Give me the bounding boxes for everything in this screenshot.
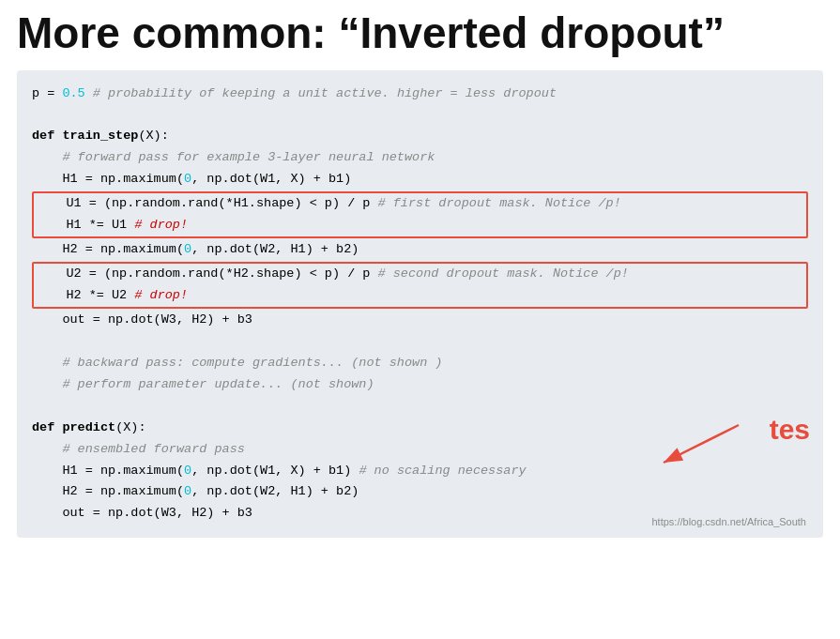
code-line-comment-forward: # forward pass for example 3-layer neura… — [32, 147, 808, 169]
red-label: tes — [770, 405, 810, 453]
code-line-u2: U2 = (np.random.rand(*H2.shape) < p) / p… — [36, 264, 804, 285]
code-line-def-train: def train_step(X): — [32, 126, 808, 147]
code-line-u1: U1 = (np.random.rand(*H1.shape) < p) / p… — [36, 193, 804, 215]
code-line-h1: H1 = np.maximum(0, np.dot(W1, X) + b1) — [32, 169, 808, 190]
code-line-out: out = np.dot(W3, H2) + b3 — [32, 310, 808, 331]
code-line-p: p = 0.5 # probability of keeping a unit … — [32, 84, 808, 105]
highlight-box-u1: U1 = (np.random.rand(*H1.shape) < p) / p… — [32, 191, 808, 238]
code-line-h1-drop: H1 *= U1 # drop! — [36, 215, 804, 236]
page-container: More common: “Inverted dropout” p = 0.5 … — [0, 0, 840, 639]
code-line-h2: H2 = np.maximum(0, np.dot(W2, H1) + b2) — [32, 239, 808, 261]
code-line-h2-drop: H2 *= U2 # drop! — [36, 285, 804, 307]
page-title: More common: “Inverted dropout” — [17, 9, 823, 57]
blank-3 — [32, 396, 808, 418]
watermark: https://blog.csdn.net/Africa_South — [652, 513, 807, 531]
code-line-backward: # backward pass: compute gradients... (n… — [32, 353, 808, 374]
code-block: p = 0.5 # probability of keeping a unit … — [17, 70, 823, 539]
code-line-update: # perform parameter update... (not shown… — [32, 374, 808, 396]
blank-2 — [32, 331, 808, 353]
highlight-box-u2: U2 = (np.random.rand(*H2.shape) < p) / p… — [32, 262, 808, 309]
red-arrow — [635, 416, 748, 472]
svg-line-1 — [664, 425, 739, 463]
code-line-h2-predict: H2 = np.maximum(0, np.dot(W2, H1) + b2) — [32, 481, 808, 503]
blank-1 — [32, 105, 808, 127]
